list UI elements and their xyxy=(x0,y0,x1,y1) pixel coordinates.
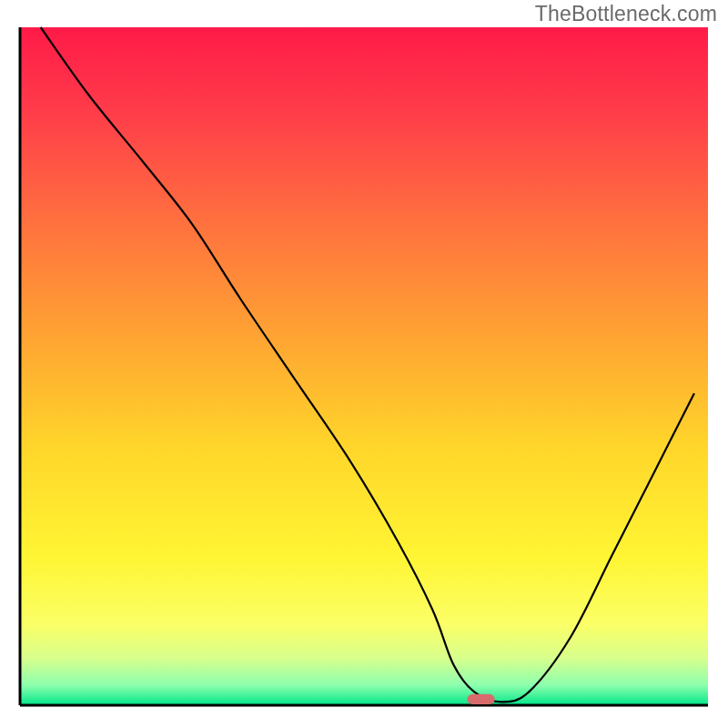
bottleneck-chart xyxy=(0,0,728,728)
optimal-marker xyxy=(467,694,494,704)
watermark-text: TheBottleneck.com xyxy=(535,2,717,26)
chart-container: TheBottleneck.com xyxy=(0,0,728,728)
plot-background xyxy=(20,27,708,705)
